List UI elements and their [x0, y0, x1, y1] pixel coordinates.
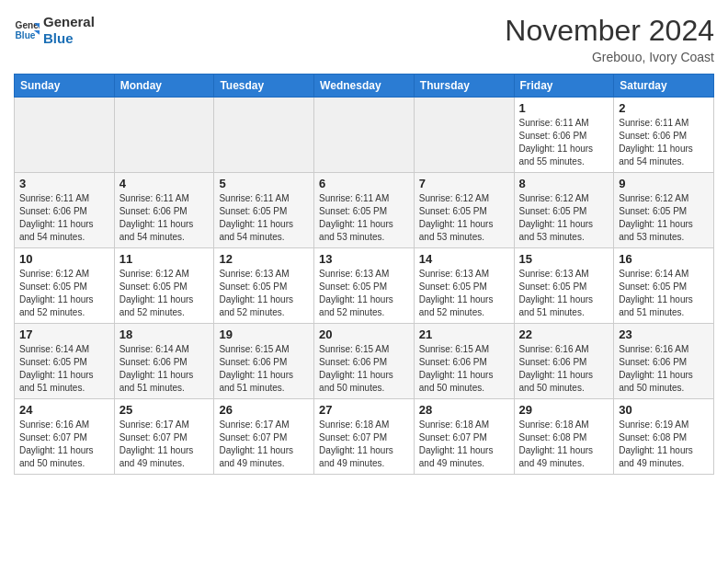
calendar-cell: 30Sunrise: 6:19 AM Sunset: 6:08 PM Dayli… [614, 399, 714, 475]
day-info: Sunrise: 6:11 AM Sunset: 6:06 PM Dayligh… [619, 117, 709, 168]
day-info: Sunrise: 6:12 AM Sunset: 6:05 PM Dayligh… [519, 192, 609, 244]
page: General Blue General Blue November 2024 … [0, 0, 728, 488]
day-info: Sunrise: 6:17 AM Sunset: 6:07 PM Dayligh… [219, 419, 309, 470]
calendar-cell: 10Sunrise: 6:12 AM Sunset: 6:05 PM Dayli… [15, 248, 115, 324]
day-number: 15 [519, 252, 609, 266]
day-info: Sunrise: 6:14 AM Sunset: 6:06 PM Dayligh… [119, 343, 210, 395]
calendar-cell: 7Sunrise: 6:12 AM Sunset: 6:05 PM Daylig… [414, 173, 514, 248]
day-info: Sunrise: 6:13 AM Sunset: 6:05 PM Dayligh… [219, 268, 309, 319]
logo: General Blue General Blue [14, 14, 95, 47]
calendar-cell: 28Sunrise: 6:18 AM Sunset: 6:07 PM Dayli… [414, 399, 514, 475]
title-block: November 2024 Grebouo, Ivory Coast [505, 14, 714, 64]
day-number: 1 [519, 101, 609, 115]
day-info: Sunrise: 6:15 AM Sunset: 6:06 PM Dayligh… [319, 343, 409, 395]
day-info: Sunrise: 6:17 AM Sunset: 6:07 PM Dayligh… [119, 419, 210, 470]
day-info: Sunrise: 6:18 AM Sunset: 6:07 PM Dayligh… [419, 419, 509, 470]
column-header-monday: Monday [114, 75, 214, 98]
svg-text:Blue: Blue [16, 30, 36, 40]
calendar-cell: 25Sunrise: 6:17 AM Sunset: 6:07 PM Dayli… [114, 399, 214, 475]
day-info: Sunrise: 6:12 AM Sunset: 6:05 PM Dayligh… [19, 268, 109, 319]
calendar-cell: 21Sunrise: 6:15 AM Sunset: 6:06 PM Dayli… [414, 324, 514, 399]
day-info: Sunrise: 6:18 AM Sunset: 6:08 PM Dayligh… [519, 419, 609, 470]
calendar-cell [214, 98, 314, 173]
day-info: Sunrise: 6:18 AM Sunset: 6:07 PM Dayligh… [319, 419, 409, 470]
day-info: Sunrise: 6:14 AM Sunset: 6:05 PM Dayligh… [19, 343, 109, 395]
day-number: 25 [119, 403, 210, 417]
day-info: Sunrise: 6:11 AM Sunset: 6:06 PM Dayligh… [119, 192, 210, 244]
calendar-week-row: 3Sunrise: 6:11 AM Sunset: 6:06 PM Daylig… [15, 173, 714, 248]
day-number: 29 [519, 403, 609, 417]
day-number: 8 [519, 177, 609, 190]
column-header-friday: Friday [514, 75, 614, 98]
location: Grebouo, Ivory Coast [505, 50, 714, 64]
calendar-cell [15, 98, 115, 173]
calendar-cell: 9Sunrise: 6:12 AM Sunset: 6:05 PM Daylig… [614, 173, 714, 248]
day-number: 22 [519, 327, 609, 341]
day-number: 16 [619, 252, 709, 266]
day-info: Sunrise: 6:13 AM Sunset: 6:05 PM Dayligh… [319, 268, 409, 319]
logo-icon: General Blue [14, 17, 40, 43]
day-info: Sunrise: 6:16 AM Sunset: 6:06 PM Dayligh… [519, 343, 609, 395]
day-number: 7 [419, 177, 509, 190]
calendar-cell [114, 98, 214, 173]
header: General Blue General Blue November 2024 … [14, 14, 714, 64]
calendar-cell: 18Sunrise: 6:14 AM Sunset: 6:06 PM Dayli… [114, 324, 214, 399]
logo-line2: Blue [43, 30, 95, 47]
calendar-cell: 2Sunrise: 6:11 AM Sunset: 6:06 PM Daylig… [614, 98, 714, 173]
column-header-wednesday: Wednesday [314, 75, 415, 98]
svg-text:General: General [16, 20, 40, 30]
day-number: 20 [319, 327, 409, 341]
calendar-header-row: SundayMondayTuesdayWednesdayThursdayFrid… [15, 75, 714, 98]
calendar-cell: 19Sunrise: 6:15 AM Sunset: 6:06 PM Dayli… [214, 324, 314, 399]
column-header-tuesday: Tuesday [214, 75, 314, 98]
calendar-cell: 12Sunrise: 6:13 AM Sunset: 6:05 PM Dayli… [214, 248, 314, 324]
day-number: 14 [419, 252, 509, 266]
calendar-cell: 13Sunrise: 6:13 AM Sunset: 6:05 PM Dayli… [314, 248, 415, 324]
day-info: Sunrise: 6:11 AM Sunset: 6:06 PM Dayligh… [519, 117, 609, 168]
column-header-sunday: Sunday [15, 75, 115, 98]
day-info: Sunrise: 6:13 AM Sunset: 6:05 PM Dayligh… [419, 268, 509, 319]
day-info: Sunrise: 6:11 AM Sunset: 6:05 PM Dayligh… [319, 192, 409, 244]
month-title: November 2024 [505, 14, 714, 48]
day-number: 19 [219, 327, 309, 341]
day-number: 18 [119, 327, 210, 341]
calendar-week-row: 24Sunrise: 6:16 AM Sunset: 6:07 PM Dayli… [15, 399, 714, 475]
day-info: Sunrise: 6:13 AM Sunset: 6:05 PM Dayligh… [519, 268, 609, 319]
day-info: Sunrise: 6:12 AM Sunset: 6:05 PM Dayligh… [419, 192, 509, 244]
logo-line1: General [43, 14, 95, 30]
day-info: Sunrise: 6:19 AM Sunset: 6:08 PM Dayligh… [619, 419, 709, 470]
day-number: 4 [119, 177, 210, 190]
day-number: 26 [219, 403, 309, 417]
calendar-cell: 20Sunrise: 6:15 AM Sunset: 6:06 PM Dayli… [314, 324, 415, 399]
calendar-cell: 24Sunrise: 6:16 AM Sunset: 6:07 PM Dayli… [15, 399, 115, 475]
calendar-cell: 4Sunrise: 6:11 AM Sunset: 6:06 PM Daylig… [114, 173, 214, 248]
calendar-cell: 14Sunrise: 6:13 AM Sunset: 6:05 PM Dayli… [414, 248, 514, 324]
calendar-week-row: 17Sunrise: 6:14 AM Sunset: 6:05 PM Dayli… [15, 324, 714, 399]
day-info: Sunrise: 6:16 AM Sunset: 6:07 PM Dayligh… [19, 419, 109, 470]
calendar-cell: 3Sunrise: 6:11 AM Sunset: 6:06 PM Daylig… [15, 173, 115, 248]
calendar-cell [314, 98, 415, 173]
day-info: Sunrise: 6:15 AM Sunset: 6:06 PM Dayligh… [419, 343, 509, 395]
day-info: Sunrise: 6:11 AM Sunset: 6:05 PM Dayligh… [219, 192, 309, 244]
day-info: Sunrise: 6:12 AM Sunset: 6:05 PM Dayligh… [619, 192, 709, 244]
day-number: 3 [19, 177, 109, 190]
calendar-cell: 15Sunrise: 6:13 AM Sunset: 6:05 PM Dayli… [514, 248, 614, 324]
calendar-cell: 1Sunrise: 6:11 AM Sunset: 6:06 PM Daylig… [514, 98, 614, 173]
day-number: 10 [19, 252, 109, 266]
calendar-cell: 5Sunrise: 6:11 AM Sunset: 6:05 PM Daylig… [214, 173, 314, 248]
day-number: 17 [19, 327, 109, 341]
day-info: Sunrise: 6:12 AM Sunset: 6:05 PM Dayligh… [119, 268, 210, 319]
day-number: 24 [19, 403, 109, 417]
calendar-cell: 16Sunrise: 6:14 AM Sunset: 6:05 PM Dayli… [614, 248, 714, 324]
day-number: 23 [619, 327, 709, 341]
day-number: 21 [419, 327, 509, 341]
calendar-cell: 27Sunrise: 6:18 AM Sunset: 6:07 PM Dayli… [314, 399, 415, 475]
calendar-cell: 23Sunrise: 6:16 AM Sunset: 6:06 PM Dayli… [614, 324, 714, 399]
day-number: 12 [219, 252, 309, 266]
calendar-cell: 17Sunrise: 6:14 AM Sunset: 6:05 PM Dayli… [15, 324, 115, 399]
column-header-saturday: Saturday [614, 75, 714, 98]
column-header-thursday: Thursday [414, 75, 514, 98]
calendar-cell: 26Sunrise: 6:17 AM Sunset: 6:07 PM Dayli… [214, 399, 314, 475]
day-number: 6 [319, 177, 409, 190]
calendar-week-row: 10Sunrise: 6:12 AM Sunset: 6:05 PM Dayli… [15, 248, 714, 324]
